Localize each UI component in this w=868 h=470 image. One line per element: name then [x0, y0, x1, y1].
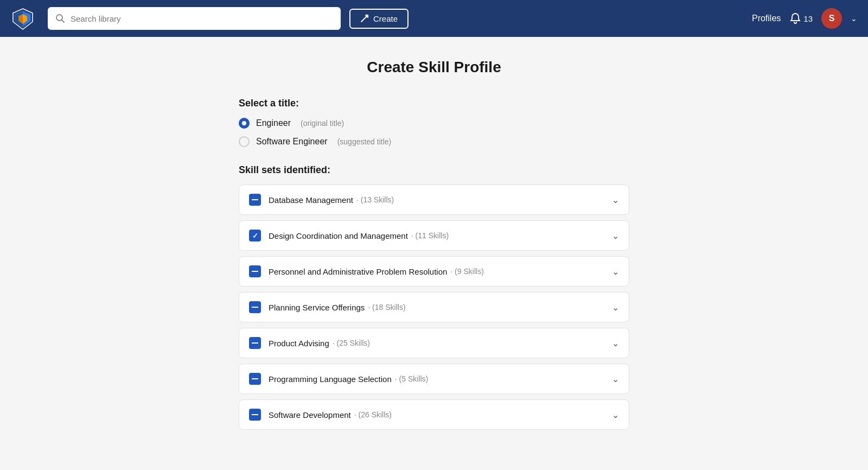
chevron-down-icon[interactable]: ⌄ — [612, 374, 619, 384]
chevron-down-icon[interactable]: ⌄ — [612, 195, 619, 205]
skill-count: · (11 Skills) — [411, 231, 449, 240]
skill-row[interactable]: Software Development· (26 Skills)⌄ — [239, 399, 629, 430]
skill-checkbox[interactable] — [249, 373, 261, 385]
radio-engineer-label: Engineer — [256, 118, 291, 128]
chevron-down-icon[interactable]: ⌄ — [612, 302, 619, 313]
skill-count: · (18 Skills) — [368, 303, 405, 312]
skill-name: Design Coordination and Management — [269, 231, 408, 240]
skill-count: · (25 Skills) — [333, 339, 370, 347]
notifications-count: 13 — [803, 14, 813, 23]
skill-name: Personnel and Administrative Problem Res… — [269, 267, 447, 276]
skill-checkbox[interactable] — [249, 265, 261, 277]
notifications-bell[interactable]: 13 — [789, 12, 813, 24]
skill-checkbox[interactable] — [249, 409, 261, 421]
skill-name: Planning Service Offerings — [269, 303, 365, 312]
skill-checkbox[interactable] — [249, 194, 261, 206]
skill-row[interactable]: Planning Service Offerings· (18 Skills)⌄ — [239, 292, 629, 322]
svg-line-7 — [62, 20, 65, 23]
radio-engineer-sublabel: (original title) — [301, 119, 344, 128]
title-radio-group: Engineer (original title) Software Engin… — [239, 118, 629, 147]
chevron-down-icon[interactable]: ⌄ — [612, 338, 619, 348]
radio-software-engineer[interactable] — [239, 136, 250, 147]
radio-software-engineer-label: Software Engineer — [256, 137, 328, 147]
skill-row[interactable]: Database Management· (13 Skills)⌄ — [239, 185, 629, 215]
skill-sets-label: Skill sets identified: — [239, 164, 629, 176]
chevron-down-icon[interactable]: ⌄ — [612, 266, 619, 277]
skill-count: · (26 Skills) — [354, 410, 392, 419]
skill-row[interactable]: Product Advising· (25 Skills)⌄ — [239, 328, 629, 358]
logo[interactable] — [11, 7, 35, 30]
skill-row[interactable]: Personnel and Administrative Problem Res… — [239, 256, 629, 287]
skill-checkbox[interactable] — [249, 301, 261, 313]
profiles-link[interactable]: Profiles — [752, 14, 781, 23]
select-title-label: Select a title: — [239, 98, 629, 109]
search-icon — [55, 14, 65, 23]
skill-count: · (9 Skills) — [450, 267, 483, 276]
skill-name: Product Advising — [269, 339, 329, 348]
skill-row[interactable]: Programming Language Selection· (5 Skill… — [239, 364, 629, 394]
main-content: Create Skill Profile Select a title: Eng… — [228, 37, 640, 462]
chevron-down-icon[interactable]: ⌄ — [612, 231, 619, 241]
create-button[interactable]: Create — [349, 9, 409, 29]
skill-count: · (5 Skills) — [395, 374, 428, 383]
skill-checkbox[interactable] — [249, 337, 261, 349]
page-title: Create Skill Profile — [239, 59, 629, 76]
chevron-down-icon[interactable]: ⌄ — [612, 410, 619, 420]
skill-name: Database Management — [269, 195, 353, 205]
search-input[interactable] — [71, 14, 333, 23]
skill-list: Database Management· (13 Skills)⌄Design … — [239, 185, 629, 430]
header-right: Profiles 13 S ⌄ — [752, 8, 857, 29]
radio-item-software-engineer[interactable]: Software Engineer (suggested title) — [239, 136, 629, 147]
bell-icon — [789, 12, 801, 24]
radio-engineer[interactable] — [239, 118, 250, 129]
skill-name: Software Development — [269, 410, 351, 420]
search-bar — [48, 7, 341, 30]
svg-line-8 — [361, 17, 366, 22]
radio-item-engineer[interactable]: Engineer (original title) — [239, 118, 629, 129]
skill-count: · (13 Skills) — [356, 195, 394, 204]
avatar[interactable]: S — [821, 8, 842, 29]
skill-name: Programming Language Selection — [269, 374, 392, 384]
wand-icon — [360, 14, 369, 23]
header: Create Profiles 13 S ⌄ — [0, 0, 868, 37]
radio-software-engineer-sublabel: (suggested title) — [337, 137, 392, 146]
chevron-down-icon[interactable]: ⌄ — [851, 14, 857, 23]
skill-checkbox[interactable] — [249, 230, 261, 242]
skill-row[interactable]: Design Coordination and Management· (11 … — [239, 220, 629, 251]
